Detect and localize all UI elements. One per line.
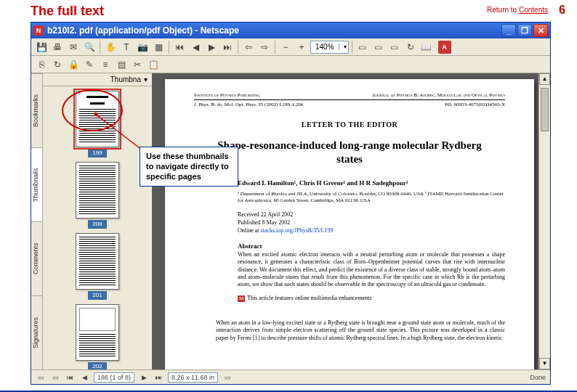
first-page-icon[interactable]: ⏮ — [172, 40, 187, 54]
affiliations: ¹ Department of Physics and JILA, Univer… — [238, 191, 505, 205]
zoom-out-icon[interactable]: − — [278, 40, 293, 54]
authors: Edward L Hamilton¹, Chris H Greene¹ and … — [238, 179, 505, 187]
thumbnail-page-2[interactable]: 200 — [76, 162, 119, 229]
page-dimensions: 8.26 x 11.68 in — [172, 374, 214, 381]
sb-first-icon[interactable]: ⏮ — [65, 372, 75, 383]
thumbnail-label: 200 — [88, 220, 107, 229]
prev-page-icon[interactable]: ◀ — [188, 40, 203, 54]
citation-left: J. Phys. B: At. Mol. Opt. Phys. 35 (2002… — [194, 102, 303, 107]
pdf-page: Institute of Physics Publishing Journal … — [165, 79, 534, 369]
fit-width-icon[interactable]: ▭ — [371, 40, 386, 54]
text-select-icon[interactable]: T — [119, 40, 134, 54]
search-icon[interactable]: 🔍 — [82, 40, 97, 54]
edit-icon[interactable]: ✎ — [82, 57, 97, 72]
chevron-down-icon[interactable]: ▾ — [339, 44, 348, 50]
zoom-in-icon[interactable]: + — [294, 40, 309, 54]
fit-visible-icon[interactable]: ▭ — [387, 40, 402, 54]
publisher-right: Journal of Physics B: Atomic, Molecular … — [372, 92, 505, 98]
document-pane[interactable]: Institute of Physics Publishing Journal … — [152, 73, 550, 369]
refresh-icon[interactable]: ↻ — [50, 57, 65, 72]
status-bar: ▭ ▭ ⏮ ◀ 186 (1 of 8) ▶ ⏭ 8.26 x 11.68 in… — [31, 369, 550, 384]
tab-comments[interactable]: Comments — [31, 221, 42, 295]
save-icon[interactable]: 💾 — [34, 40, 49, 54]
last-page-icon[interactable]: ⏭ — [220, 40, 235, 54]
scroll-thumb[interactable] — [541, 88, 549, 131]
citation-right: PII: S0953-4075(02)34563-X — [445, 102, 505, 107]
thumbnail-header: Thumbna — [110, 75, 141, 83]
list-icon[interactable]: ≡ — [98, 57, 113, 72]
body-paragraph: When an atom in a low-lying excited stat… — [216, 319, 505, 342]
slide-title: The full text — [31, 4, 104, 18]
page-indicator: 186 (1 of 8) — [97, 374, 131, 381]
multimedia-icon: M — [238, 295, 245, 302]
abstract-heading: Abstract — [238, 242, 505, 250]
thumbnail-label: 201 — [88, 291, 107, 300]
tab-signatures[interactable]: Signatures — [31, 295, 42, 369]
vertical-scrollbar[interactable]: ▲ ▼ — [538, 73, 550, 369]
sb-layout1-icon[interactable]: ▭ — [36, 372, 46, 383]
secondary-toolbar: ⎘ ↻ 🔒 ✎ ≡ ▤ ✂ 📋 — [31, 56, 550, 73]
lock-icon[interactable]: 🔒 — [66, 57, 81, 72]
minimize-button[interactable]: _ — [501, 24, 516, 37]
pdf-toolbar: 💾 🖶 ✉ 🔍 ✋ T 📷 ▦ ⏮ ◀ ▶ ⏭ ⇦ ⇨ − + 140% ▾ — [31, 38, 550, 56]
rotate-icon[interactable]: ↻ — [403, 40, 418, 54]
snapshot-icon[interactable]: 📷 — [135, 40, 150, 54]
thumbnail-menu-icon[interactable]: ▾ — [144, 75, 148, 83]
received-date: Received 22 April 2002 — [238, 211, 505, 219]
ebook-icon[interactable]: 📖 — [419, 40, 434, 54]
adobe-logo-icon: A — [438, 41, 451, 54]
clipboard-icon[interactable]: 📋 — [146, 57, 161, 72]
sb-layout3-icon[interactable]: ▭ — [222, 372, 233, 383]
maximize-button[interactable]: ❐ — [517, 24, 532, 37]
ellipse-annotation — [62, 89, 123, 131]
multimedia-note: MThis article features online multimedia… — [238, 295, 505, 302]
close-button[interactable]: ✕ — [533, 24, 548, 37]
sb-prev-icon[interactable]: ◀ — [79, 372, 89, 383]
titlebar: N b210l2. pdf (application/pdf Object) -… — [31, 23, 550, 38]
slide-number: 6 — [559, 4, 565, 17]
cut-icon[interactable]: ✂ — [130, 57, 145, 72]
hand-tool-icon[interactable]: ✋ — [103, 40, 118, 54]
mail-icon[interactable]: ✉ — [66, 40, 81, 54]
published-date: Published 8 May 2002 — [238, 219, 505, 227]
thumbnails-icon[interactable]: ▦ — [151, 40, 166, 54]
thumbnail-label: 199 — [88, 149, 107, 158]
sb-layout2-icon[interactable]: ▭ — [50, 372, 60, 383]
side-tab-strip: Bookmarks Thumbnails Comments Signatures — [31, 73, 43, 369]
thumbnail-label: 202 — [88, 362, 107, 369]
thumbnail-page-4[interactable]: 202 — [76, 304, 119, 369]
print-icon[interactable]: 🖶 — [50, 40, 65, 54]
abstract-text: When an excited atomic electron interact… — [238, 251, 505, 289]
online-link[interactable]: stacks.iop.org/JPhysB/35/L199 — [261, 227, 334, 234]
status-right: Done — [530, 374, 546, 381]
paper-title: Shape-resonance-induced long-range molec… — [216, 139, 483, 166]
publisher-left: Institute of Physics Publishing — [194, 92, 259, 98]
return-link[interactable]: Return to Contents — [487, 6, 548, 14]
fit-page-icon[interactable]: ▭ — [355, 40, 370, 54]
sb-next-icon[interactable]: ▶ — [139, 372, 149, 383]
zoom-value: 140% — [311, 43, 339, 51]
columns-icon[interactable]: ▤ — [114, 57, 129, 72]
scroll-up-icon[interactable]: ▲ — [539, 73, 550, 85]
zoom-select[interactable]: 140% ▾ — [310, 41, 349, 54]
nav-back-icon[interactable]: ⇦ — [241, 40, 256, 54]
sb-last-icon[interactable]: ⏭ — [153, 372, 164, 383]
callout-box: Use these thumbnails to navigate directl… — [140, 147, 238, 187]
letter-heading: LETTER TO THE EDITOR — [194, 121, 505, 128]
copy-icon[interactable]: ⎘ — [34, 57, 49, 72]
tab-thumbnails[interactable]: Thumbnails — [31, 147, 42, 221]
tab-bookmarks[interactable]: Bookmarks — [31, 73, 42, 147]
nav-forward-icon[interactable]: ⇨ — [257, 40, 272, 54]
scroll-down-icon[interactable]: ▼ — [539, 358, 550, 369]
app-icon: N — [33, 25, 44, 36]
thumbnail-page-3[interactable]: 201 — [76, 233, 119, 300]
netscape-window: N b210l2. pdf (application/pdf Object) -… — [31, 22, 551, 385]
next-page-icon[interactable]: ▶ — [204, 40, 219, 54]
window-title: b210l2. pdf (application/pdf Object) - N… — [47, 25, 239, 36]
